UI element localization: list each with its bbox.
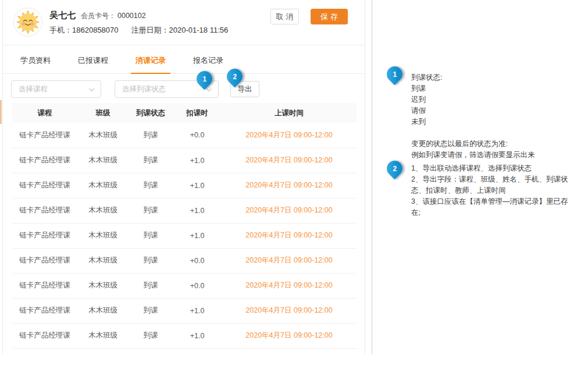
save-button[interactable]: 保存 [311, 9, 348, 24]
cell-time: 2020年4月7日 09:00-12:00 [222, 198, 357, 223]
member-card-number: 0000102 [117, 12, 146, 20]
cell-deduction: +1.0 [173, 148, 222, 173]
table-row: 链卡产品经理课 木木班级 到课 +1.0 2020年4月7日 09:00-12:… [12, 198, 357, 223]
tab-registration-records[interactable]: 报名记录 [190, 54, 227, 73]
sun-avatar-icon [13, 8, 42, 37]
attendance-table: 课程 班级 到课状态 扣课时 上课时间 链卡产品经理课 木木班级 到课 +0.0… [12, 103, 357, 349]
table-row: 链卡产品经理课 木木班级 到课 +0.0 2020年4月7日 09:00-12:… [12, 123, 357, 148]
cell-deduction: +0.0 [173, 123, 222, 148]
member-avatar [13, 8, 42, 37]
note-1-text: 到课状态: 到课 迟到 请假 未到 变更的状态以最后的状态为准: 例如到课变请假… [411, 72, 564, 161]
table-row: 链卡产品经理课 木木班级 到课 +1.0 2020年4月7日 09:00-12:… [12, 148, 357, 173]
chevron-down-icon [89, 86, 95, 91]
cell-status: 到课 [129, 298, 173, 323]
table-row: 链卡产品经理课 木木班级 到课 +1.0 2020年4月7日 09:00-12:… [12, 298, 357, 323]
screen: 吴七七 会员卡号： 0000102 手机：18620858070注册日期：202… [0, 0, 588, 372]
cell-time: 2020年4月7日 09:00-12:00 [222, 123, 357, 148]
cell-class: 木木班级 [77, 248, 129, 273]
table-row: 链卡产品经理课 木木班级 到课 +0.0 2020年4月7日 09:00-12:… [12, 273, 357, 298]
col-time: 上课时间 [222, 103, 357, 123]
note-2-number: 2 [393, 165, 397, 173]
member-card-label: 会员卡号： [81, 11, 116, 21]
cell-course: 链卡产品经理课 [12, 123, 77, 148]
cell-course: 链卡产品经理课 [12, 323, 77, 348]
cell-deduction: +1.0 [173, 198, 222, 223]
col-course: 课程 [12, 103, 77, 123]
cell-status: 到课 [129, 198, 173, 223]
cell-course: 链卡产品经理课 [12, 273, 77, 298]
annotation-marker-2-number: 2 [233, 73, 237, 81]
tab-attendance-records[interactable]: 消课记录 [132, 54, 169, 73]
cell-status: 到课 [129, 173, 173, 198]
member-contact: 手机：18620858070注册日期：2020-01-18 11:56 [49, 25, 228, 36]
detail-tabs: 学员资料 已报课程 消课记录 报名记录 [3, 54, 365, 74]
cell-class: 木木班级 [77, 198, 129, 223]
cell-deduction: +0.0 [173, 273, 222, 298]
member-name: 吴七七 [49, 10, 76, 21]
col-deduction: 扣课时 [173, 103, 222, 123]
cell-status: 到课 [129, 248, 173, 273]
tab-enrolled-courses[interactable]: 已报课程 [74, 54, 112, 73]
table-row: 链卡产品经理课 木木班级 到课 +1.0 2020年4月7日 09:00-12:… [12, 223, 357, 248]
cell-status: 到课 [129, 273, 173, 298]
cell-class: 木木班级 [77, 173, 129, 198]
cell-course: 链卡产品经理课 [12, 198, 77, 223]
note-2-text: 1、导出联动选择课程、选择到课状态 2、导出字段：课程、班级、姓名、手机、到课状… [411, 163, 573, 218]
course-select-placeholder: 选择课程 [19, 84, 48, 94]
cell-class: 木木班级 [77, 323, 129, 348]
col-status: 到课状态 [129, 103, 173, 123]
col-class: 班级 [77, 103, 129, 123]
cell-status: 到课 [129, 123, 173, 148]
filter-bar: 选择课程 选择到课状态 导出 [3, 80, 365, 99]
attendance-table-header: 课程 班级 到课状态 扣课时 上课时间 [12, 103, 357, 123]
cell-class: 木木班级 [77, 298, 129, 323]
cell-class: 木木班级 [77, 223, 129, 248]
cell-course: 链卡产品经理课 [12, 148, 77, 173]
cell-course: 链卡产品经理课 [12, 223, 77, 248]
cell-deduction: +1.0 [173, 323, 222, 348]
note-1-pin: 1 [383, 63, 405, 85]
edge-sliver [0, 100, 2, 124]
cell-time: 2020年4月7日 09:00-12:00 [222, 273, 357, 298]
cell-course: 链卡产品经理课 [12, 248, 77, 273]
course-select[interactable]: 选择课程 [11, 80, 101, 98]
phone-value: 18620858070 [72, 26, 119, 34]
cell-status: 到课 [129, 223, 173, 248]
table-row: 链卡产品经理课 木木班级 到课 +0.0 2020年4月7日 09:00-12:… [12, 248, 357, 273]
annotation-marker-1-number: 1 [202, 75, 206, 83]
cell-time: 2020年4月7日 09:00-12:00 [222, 173, 357, 198]
panel-separator [372, 0, 372, 354]
cell-status: 到课 [129, 148, 173, 173]
member-identity: 吴七七 会员卡号： 0000102 [49, 10, 146, 21]
cell-course: 链卡产品经理课 [12, 173, 77, 198]
note-2-pin: 2 [383, 157, 405, 179]
cell-time: 2020年4月7日 09:00-12:00 [222, 323, 357, 348]
note-1-number: 1 [393, 70, 397, 79]
register-date-label: 注册日期： [131, 26, 169, 34]
cell-deduction: +1.0 [173, 223, 222, 248]
cell-deduction: +1.0 [173, 173, 222, 198]
status-select-placeholder: 选择到课状态 [122, 84, 166, 94]
cell-status: 到课 [129, 323, 173, 348]
cell-time: 2020年4月7日 09:00-12:00 [222, 298, 357, 323]
table-row: 链卡产品经理课 木木班级 到课 +1.0 2020年4月7日 09:00-12:… [12, 323, 357, 348]
cell-deduction: +1.0 [173, 298, 222, 323]
cancel-button[interactable]: 取消 [270, 9, 299, 24]
phone-label: 手机： [49, 26, 72, 34]
cell-class: 木木班级 [77, 123, 129, 148]
cell-time: 2020年4月7日 09:00-12:00 [222, 148, 357, 173]
register-date-value: 2020-01-18 11:56 [169, 26, 229, 34]
table-row: 链卡产品经理课 木木班级 到课 +1.0 2020年4月7日 09:00-12:… [12, 173, 357, 198]
cell-time: 2020年4月7日 09:00-12:00 [222, 223, 357, 248]
tab-student-profile[interactable]: 学员资料 [17, 54, 54, 73]
member-header: 吴七七 会员卡号： 0000102 手机：18620858070注册日期：202… [3, 0, 365, 45]
member-detail-panel: 吴七七 会员卡号： 0000102 手机：18620858070注册日期：202… [2, 0, 365, 354]
cell-class: 木木班级 [77, 273, 129, 298]
cell-time: 2020年4月7日 09:00-12:00 [222, 248, 357, 273]
cell-course: 链卡产品经理课 [12, 298, 77, 323]
cell-class: 木木班级 [77, 148, 129, 173]
attendance-table-body: 链卡产品经理课 木木班级 到课 +0.0 2020年4月7日 09:00-12:… [12, 123, 357, 348]
cell-deduction: +0.0 [173, 248, 222, 273]
